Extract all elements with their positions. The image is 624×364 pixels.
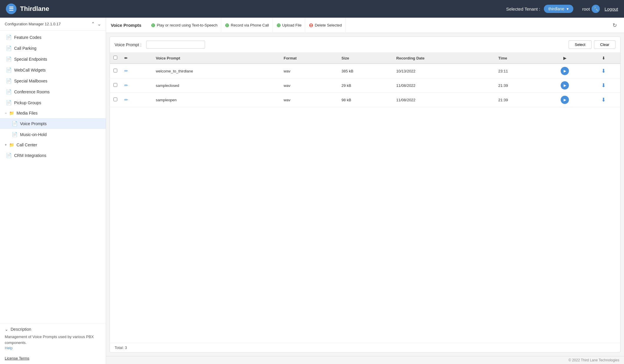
row-edit-cell: ✏ bbox=[121, 93, 152, 107]
play-col-header: ▶ bbox=[543, 53, 587, 64]
license-terms-link[interactable]: License Terms bbox=[0, 354, 106, 364]
user-name: root bbox=[582, 6, 590, 11]
row-name-cell: sampleopen bbox=[152, 93, 280, 107]
row-time-cell: 21:39 bbox=[495, 78, 543, 93]
row-download-cell: ⬇ bbox=[587, 78, 620, 93]
sidebar-controls: ⌃ ⌄ bbox=[91, 21, 101, 27]
row-size-cell: 98 kB bbox=[338, 93, 393, 107]
user-badge: root 🔧 bbox=[582, 5, 600, 13]
row-checkbox-cell bbox=[110, 64, 121, 78]
delete-selected-action[interactable]: ⊖ Delete Selected bbox=[305, 18, 346, 33]
feature-codes-icon: 📄 bbox=[6, 34, 12, 40]
feature-codes-label: Feature Codes bbox=[14, 35, 42, 40]
special-mailboxes-icon: 📄 bbox=[6, 78, 12, 84]
call-center-folder-icon: 📁 bbox=[9, 143, 14, 147]
help-link[interactable]: Help bbox=[5, 346, 13, 350]
sidebar-item-pickup-groups[interactable]: 📄 Pickup Groups bbox=[0, 97, 106, 108]
music-on-hold-label: Music-on-Hold bbox=[20, 132, 47, 137]
user-icon: 🔧 bbox=[592, 5, 600, 13]
plus-icon: ⊕ bbox=[225, 22, 229, 29]
toolbar: Voice Prompts ⊕ Play or record using Tex… bbox=[106, 18, 624, 33]
call-parking-label: Call Parking bbox=[14, 46, 36, 51]
play-button[interactable]: ▶ bbox=[561, 67, 569, 75]
select-button[interactable]: Select bbox=[569, 40, 592, 49]
edit-icon[interactable]: ✏ bbox=[124, 83, 128, 88]
call-parking-icon: 📄 bbox=[6, 45, 12, 51]
edit-icon[interactable]: ✏ bbox=[124, 68, 128, 73]
description-label: Description bbox=[11, 327, 31, 332]
tenant-name: thirdlane bbox=[549, 6, 564, 11]
download-icon[interactable]: ⬇ bbox=[601, 82, 606, 88]
sidebar-item-webcall-widgets[interactable]: 📄 WebCall Widgets bbox=[0, 64, 106, 75]
download-icon[interactable]: ⬇ bbox=[601, 97, 606, 103]
chevron-down-icon: ▾ bbox=[567, 6, 569, 11]
tenant-selector-area: Selected Tenant : thirdlane ▾ bbox=[506, 5, 573, 13]
sidebar-item-music-on-hold[interactable]: 📄 Music-on-Hold bbox=[0, 129, 106, 140]
play-button[interactable]: ▶ bbox=[561, 96, 569, 104]
row-format-cell: wav bbox=[280, 93, 338, 107]
sidebar-item-conference-rooms[interactable]: 📄 Conference Rooms bbox=[0, 86, 106, 97]
collapse-all-icon[interactable]: ⌃ bbox=[91, 21, 95, 27]
clear-button[interactable]: Clear bbox=[594, 40, 615, 49]
sidebar-item-special-mailboxes[interactable]: 📄 Special Mailboxes bbox=[0, 75, 106, 86]
media-files-label: Media Files bbox=[16, 111, 38, 115]
sidebar-folder-call-center[interactable]: + 📁 Call Center bbox=[0, 140, 106, 150]
content-panel: Voice Prompt : Select Clear ✏ bbox=[110, 37, 620, 353]
play-button[interactable]: ▶ bbox=[561, 81, 569, 90]
download-col-header: ⬇ bbox=[587, 53, 620, 64]
description-section: ⌄ Description Management of Voice Prompt… bbox=[0, 323, 106, 354]
sidebar-item-call-parking[interactable]: 📄 Call Parking bbox=[0, 43, 106, 54]
upload-file-action[interactable]: ⊕ Upload File bbox=[273, 18, 306, 33]
logo: ☰ Thirdlane bbox=[6, 4, 506, 14]
main-layout: Configuration Manager 12.1.0.17 ⌃ ⌄ 📄 Fe… bbox=[0, 18, 624, 364]
expand-all-icon[interactable]: ⌄ bbox=[97, 21, 101, 27]
header: ☰ Thirdlane Selected Tenant : thirdlane … bbox=[0, 0, 624, 18]
row-checkbox-0[interactable] bbox=[113, 69, 117, 72]
table-row: ✏ welcome_to_thirdlane wav 385 kB 10/13/… bbox=[110, 64, 620, 78]
selected-tenant-label: Selected Tenant : bbox=[506, 6, 540, 11]
filter-bar: Voice Prompt : Select Clear bbox=[110, 37, 620, 53]
sidebar-item-feature-codes[interactable]: 📄 Feature Codes bbox=[0, 32, 106, 43]
row-size-cell: 385 kB bbox=[338, 64, 393, 78]
refresh-button[interactable]: ↻ bbox=[610, 20, 619, 31]
crm-integrations-label: CRM Integrations bbox=[14, 153, 46, 158]
row-checkbox-2[interactable] bbox=[113, 97, 117, 101]
description-header[interactable]: ⌄ Description bbox=[5, 327, 101, 332]
select-all-checkbox[interactable] bbox=[113, 56, 117, 59]
crm-integrations-icon: 📄 bbox=[6, 153, 12, 158]
special-endpoints-icon: 📄 bbox=[6, 56, 12, 62]
sidebar-item-crm-integrations[interactable]: 📄 CRM Integrations bbox=[0, 150, 106, 161]
date-col-header: Recording Date bbox=[393, 53, 495, 64]
edit-header: ✏ bbox=[121, 53, 152, 64]
row-time-cell: 23:11 bbox=[495, 64, 543, 78]
tts-action[interactable]: ⊕ Play or record using Text-to-Speech bbox=[147, 18, 221, 33]
download-icon[interactable]: ⬇ bbox=[601, 68, 606, 74]
row-checkbox-1[interactable] bbox=[113, 83, 117, 87]
pickup-groups-label: Pickup Groups bbox=[14, 100, 41, 105]
row-name-cell: sampleclosed bbox=[152, 78, 280, 93]
sidebar-item-special-endpoints[interactable]: 📄 Special Endpoints bbox=[0, 54, 106, 64]
music-on-hold-icon: 📄 bbox=[12, 132, 18, 137]
content-area: Voice Prompts ⊕ Play or record using Tex… bbox=[106, 18, 624, 364]
edit-icon[interactable]: ✏ bbox=[124, 97, 128, 102]
voice-prompt-filter-input[interactable] bbox=[146, 41, 205, 49]
tenant-dropdown[interactable]: thirdlane ▾ bbox=[544, 5, 574, 13]
logo-icon: ☰ bbox=[6, 4, 16, 14]
table-header-row: ✏ Voice Prompt Format Size Recording Dat… bbox=[110, 53, 620, 64]
row-play-cell: ▶ bbox=[543, 93, 587, 107]
logout-button[interactable]: Logout bbox=[605, 6, 618, 11]
sidebar-item-voice-prompts[interactable]: 📄 Voice Prompts bbox=[0, 118, 106, 129]
chevron-down-icon: ⌄ bbox=[5, 327, 8, 332]
row-size-cell: 29 kB bbox=[338, 78, 393, 93]
sidebar-folder-media-files[interactable]: − 📁 Media Files bbox=[0, 108, 106, 118]
sidebar-nav: 📄 Feature Codes 📄 Call Parking 📄 Special… bbox=[0, 31, 106, 323]
voice-prompts-table-container: ✏ Voice Prompt Format Size Recording Dat… bbox=[110, 53, 620, 343]
record-phone-action[interactable]: ⊕ Record via Phone Call bbox=[221, 18, 273, 33]
conference-rooms-icon: 📄 bbox=[6, 89, 12, 95]
size-col-header: Size bbox=[338, 53, 393, 64]
row-date-cell: 10/13/2022 bbox=[393, 64, 495, 78]
row-date-cell: 11/08/2022 bbox=[393, 93, 495, 107]
total-count: Total: 3 bbox=[115, 345, 127, 350]
plus-icon: ⊕ bbox=[151, 22, 155, 29]
row-play-cell: ▶ bbox=[543, 78, 587, 93]
